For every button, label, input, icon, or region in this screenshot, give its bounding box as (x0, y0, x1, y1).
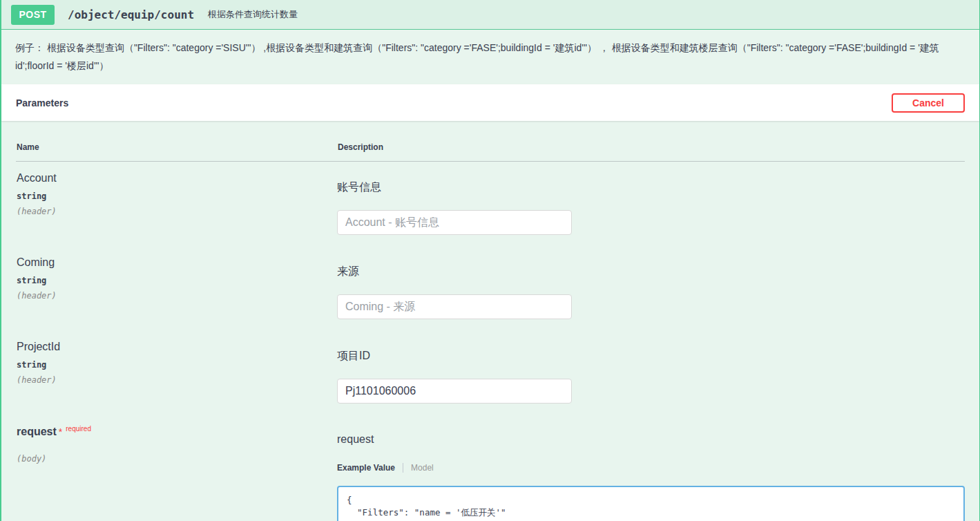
table-row-account: Account string (header) 账号信息 (16, 162, 965, 246)
coming-input[interactable] (337, 294, 572, 319)
table-row-coming: Coming string (header) 来源 (16, 246, 965, 330)
operation-summary-bar[interactable]: POST /object/equip/count 根据条件查询统计数量 (1, 0, 979, 30)
param-description: request (337, 433, 965, 446)
param-description: 项目ID (337, 349, 965, 363)
param-description: 来源 (337, 265, 965, 279)
param-location: (header) (17, 291, 337, 301)
parameters-section-header: Parameters Cancel (1, 84, 979, 121)
parameters-table-head: Name Description (16, 121, 965, 162)
param-name: request (17, 426, 57, 437)
param-location: (header) (17, 207, 337, 216)
table-row-projectid: ProjectId string (header) 项目ID (16, 330, 965, 415)
param-description-cell: 项目ID (337, 330, 965, 404)
endpoint-path: /object/equip/count (68, 8, 194, 21)
column-header-description: Description (338, 142, 965, 152)
cancel-button[interactable]: Cancel (892, 93, 965, 113)
http-method-badge: POST (11, 5, 55, 25)
parameters-table: Name Description Account string (header)… (1, 121, 979, 521)
param-type: string (17, 276, 337, 285)
param-name-cell: request*required (body) (16, 415, 337, 521)
param-name-cell: Account string (header) (16, 162, 337, 235)
projectid-input[interactable] (337, 379, 572, 404)
param-name: ProjectId (17, 341, 337, 353)
param-location: (header) (17, 375, 337, 385)
param-name: Coming (17, 256, 337, 269)
param-name: Account (17, 172, 337, 184)
tab-example-value[interactable]: Example Value (337, 463, 403, 473)
required-label: required (66, 425, 91, 433)
post-operation-block: POST /object/equip/count 根据条件查询统计数量 例子： … (0, 0, 980, 521)
param-description: 账号信息 (337, 180, 965, 195)
account-input[interactable] (337, 210, 572, 235)
param-name-cell: ProjectId string (header) (16, 330, 337, 404)
parameters-title: Parameters (16, 97, 68, 108)
table-row-request: request*required (body) request Example … (16, 415, 965, 521)
param-description-cell: 账号信息 (337, 162, 965, 235)
param-description-cell: request Example Value Model { "Filters":… (337, 415, 965, 521)
tab-model[interactable]: Model (411, 463, 434, 473)
param-type: string (17, 360, 337, 370)
operation-description: 例子： 根据设备类型查询（"Filters": "category ='SISU… (1, 30, 979, 84)
body-tabs: Example Value Model (337, 463, 965, 473)
param-description-cell: 来源 (337, 246, 965, 319)
param-type: string (17, 191, 337, 201)
column-header-name: Name (17, 142, 338, 152)
request-body-textarea[interactable]: { "Filters": "name = '低压开关'" } (337, 486, 965, 521)
param-location: (body) (17, 454, 337, 464)
endpoint-summary: 根据条件查询统计数量 (208, 8, 298, 21)
param-name-cell: Coming string (header) (16, 246, 337, 319)
required-star: * (59, 426, 62, 437)
